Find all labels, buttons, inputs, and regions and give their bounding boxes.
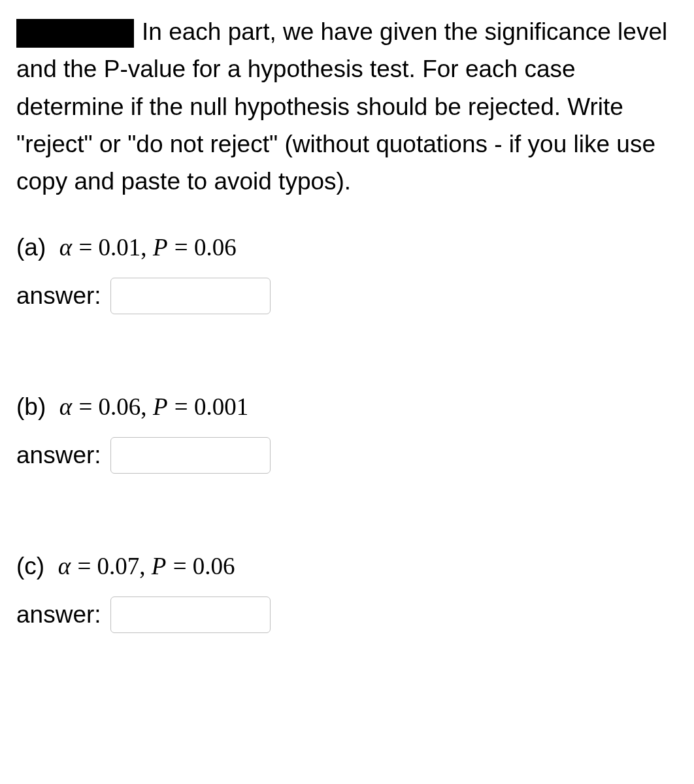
- part-b-alpha-eq: = 0.06,: [79, 393, 153, 420]
- part-c-p-eq: = 0.06: [173, 553, 235, 580]
- part-c-p: P: [152, 553, 167, 580]
- part-a-p-eq: = 0.06: [174, 234, 237, 261]
- part-a-statement: (a) α = 0.01, P = 0.06: [16, 233, 678, 261]
- part-a-alpha: α: [59, 234, 72, 261]
- part-b-statement: (b) α = 0.06, P = 0.001: [16, 393, 678, 421]
- part-b-answer-input[interactable]: [110, 437, 271, 474]
- part-b-alpha: α: [59, 393, 72, 420]
- part-b-label: (b): [16, 393, 46, 420]
- redaction-box: [16, 19, 134, 48]
- part-b: (b) α = 0.06, P = 0.001 answer:: [16, 393, 678, 474]
- part-b-p: P: [153, 393, 168, 420]
- part-c-answer-label: answer:: [16, 601, 101, 629]
- part-a-answer-label: answer:: [16, 282, 101, 310]
- part-c-alpha-eq: = 0.07,: [77, 553, 151, 580]
- part-a-p: P: [153, 234, 168, 261]
- part-c: (c) α = 0.07, P = 0.06 answer:: [16, 552, 678, 633]
- part-b-answer-row: answer:: [16, 437, 678, 474]
- part-b-answer-label: answer:: [16, 442, 101, 469]
- question-intro: In each part, we have given the signific…: [16, 13, 678, 201]
- part-a-alpha-eq: = 0.01,: [79, 234, 153, 261]
- part-c-answer-row: answer:: [16, 596, 678, 633]
- part-c-answer-input[interactable]: [110, 596, 271, 633]
- part-c-label: (c): [16, 553, 44, 580]
- part-c-alpha: α: [58, 553, 71, 580]
- part-a-label: (a): [16, 234, 46, 261]
- part-a: (a) α = 0.01, P = 0.06 answer:: [16, 233, 678, 314]
- part-b-p-eq: = 0.001: [174, 393, 248, 420]
- part-a-answer-input[interactable]: [110, 278, 271, 314]
- part-c-statement: (c) α = 0.07, P = 0.06: [16, 552, 678, 580]
- part-a-answer-row: answer:: [16, 278, 678, 314]
